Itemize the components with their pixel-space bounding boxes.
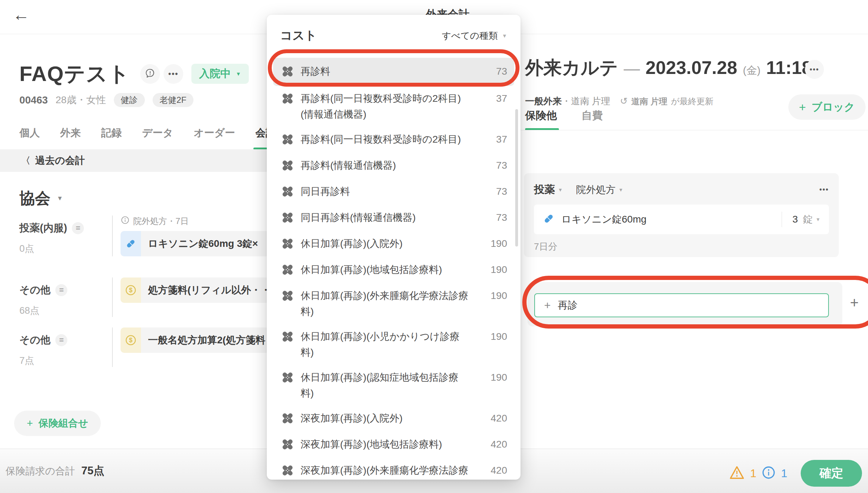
medication-block-card: 投薬 ▼ 院外処方 ▼ ••• ロキソニン錠60mg 3 錠 ▼ 7日分 [524,173,839,257]
order-search-input[interactable]: + 再診 [534,293,829,317]
tab-insurance[interactable]: 保険他 [525,108,557,123]
claim-total-value: 75点 [81,463,104,478]
equals-badge-icon[interactable]: = [72,222,84,234]
cost-list-item[interactable]: 再診料(同一日複数科受診時の2科目)(情報通信機器) 37 [273,86,514,127]
warning-triangle-icon[interactable] [729,464,745,482]
drug-unit[interactable]: 錠 [803,213,813,226]
bandage-cross-icon [280,91,295,107]
med-method-dropdown[interactable]: 院外処方 [576,183,616,196]
equals-badge-icon[interactable]: = [55,334,67,346]
claim-total-label: 保険請求の合計 [6,464,75,478]
cost-item-label: 休日加算(再診)(認知症地域包括診療料) [301,369,480,401]
main-tab-2[interactable]: 外来 [60,126,81,149]
cost-list-item[interactable]: 深夜加算(再診)(入院外) 420 [273,406,514,432]
cost-list-item[interactable]: 休日加算(再診)(地域包括診療料) 190 [273,257,514,283]
cost-item-points: 190 [485,288,507,304]
billing-category: 投薬(内服) [19,221,67,235]
plus-icon: + [27,417,33,429]
back-arrow-icon[interactable]: ← [13,6,30,23]
cost-item-label: 深夜加算(再診)(地域包括診療料) [301,436,480,452]
tab-self-pay[interactable]: 自費 [581,108,603,123]
drug-quantity[interactable]: 3 [793,214,798,225]
billing-group-left: その他 = 68点 [19,277,112,317]
cost-type-filter-dropdown[interactable]: すべての種類 ▼ [442,30,507,42]
main-tab-bar: 個人外来記録データオーダー会計 [19,126,276,149]
main-tab-label: 個人 [19,127,40,138]
speech-alert-icon [145,68,155,80]
popup-scrollbar[interactable] [515,109,518,246]
cost-item-points: 190 [485,329,507,344]
cost-type-filter-label: すべての種類 [442,30,498,42]
bandage-cross-icon [280,329,295,345]
cost-list-item[interactable]: 再診料(同一日複数科受診時の2科目) 37 [273,127,514,153]
cost-list-item[interactable]: 休日加算(再診)(外来腫瘍化学療法診療料) 190 [273,283,514,324]
chevron-down-icon: ▼ [618,187,623,193]
last-updated-name: 道南 片理 [631,96,667,107]
cost-list-item[interactable]: 再診料(情報通信機器) 73 [273,153,514,179]
past-billing-breadcrumb[interactable]: 〈 過去の会計 [0,149,269,172]
billing-item-fee[interactable]: $ 一般名処方加算2(処方箋料 [121,327,271,353]
patient-more-button[interactable]: ••• [164,64,183,84]
bandage-cross-icon [280,236,295,252]
ellipsis-icon: ••• [168,69,178,79]
main-tab-label: 外来 [60,127,81,138]
cost-popup-title: コスト [280,27,317,44]
billing-group-right: 院外処方・7日 ロキソニン錠60mg 3錠× [112,216,271,256]
last-updated-suffix: が最終更新 [671,96,714,107]
billing-points: 7点 [19,354,112,367]
main-tab-5[interactable]: オーダー [193,126,235,149]
karte-weekday: (金) [743,63,761,78]
confirm-button[interactable]: 確定 [801,460,862,487]
footer-actions: 1 1 確定 [729,460,862,487]
ellipsis-icon: ••• [809,65,819,74]
med-type-dropdown[interactable]: 投薬 [534,182,555,197]
cost-list-item[interactable]: 再診料 73 [273,58,514,86]
main-tab-1[interactable]: 個人 [19,126,40,149]
billing-group-medication: 投薬(内服) = 0点 院外処方・7日 ロキソニン錠60mg 3錠× [19,216,271,256]
svg-text:$: $ [129,287,133,294]
insurer-dropdown[interactable]: 協会 ▼ [19,188,63,209]
cost-list-item[interactable]: 休日加算(再診)(小児かかりつけ診療料) 190 [273,324,514,365]
cost-list-item[interactable]: 同日再診料(情報通信機器) 73 [273,205,514,231]
cost-list: 再診料 73 再診料(同一日複数科受診時の2科目)(情報通信機器) 37 [280,58,507,480]
info-circle-icon[interactable] [761,465,776,481]
billing-group-left: 投薬(内服) = 0点 [19,216,112,256]
billing-item-fee[interactable]: $ 処方箋料(リフィル以外・・ [121,277,271,303]
bandage-cross-icon [280,210,295,226]
billing-group-left: その他 = 7点 [19,327,112,367]
med-card-more-button[interactable]: ••• [819,186,829,194]
cost-list-item[interactable]: 深夜加算(再診)(地域包括診療料) 420 [273,432,514,458]
cost-item-label: 再診料(同一日複数科受診時の2科目) [301,131,480,147]
breadcrumb-label: 過去の会計 [35,154,85,167]
cost-list-item[interactable]: 深夜加算(再診)(外来腫瘍化学療法診療料) 420 [273,458,514,480]
billing-category: その他 [19,283,50,297]
app-window: ← 外来会計 FAQテスト ••• 入院中 ▼ 00463 28歳・女性 健診 … [0,0,868,493]
add-order-button[interactable]: + [850,294,859,311]
drug-name: ロキソニン錠60mg [561,213,646,226]
main-tab-3[interactable]: 記録 [101,126,122,149]
admission-status-dropdown[interactable]: 入院中 ▼ [191,64,249,84]
cost-item-label: 再診料 [301,63,480,79]
karte-title-dash: — [624,59,640,78]
cost-list-item[interactable]: 同日再診料 73 [273,179,514,205]
alert-bubble-button[interactable] [140,64,160,84]
billing-item-drug[interactable]: ロキソニン錠60mg 3錠× [121,231,271,256]
bandage-cross-icon [280,370,295,386]
add-insurance-combo-button[interactable]: + 保険組合せ [14,411,101,436]
add-block-button[interactable]: + ブロック [788,94,866,120]
bandage-cross-icon [280,184,295,200]
karte-doctor: ・道南 片理 [562,96,610,106]
cost-item-points: 420 [485,410,507,426]
cost-item-points: 190 [485,236,507,251]
main-tab-4[interactable]: データ [142,126,173,149]
equals-badge-icon[interactable]: = [55,284,67,296]
cost-list-item[interactable]: 休日加算(再診)(入院外) 190 [273,231,514,257]
bandage-cross-icon [280,437,295,453]
patient-name: FAQテスト [19,60,130,88]
karte-title-text: 外来カルテ [525,56,618,80]
billing-item-label: 一般名処方加算2(処方箋料 [141,333,265,347]
cost-list-item[interactable]: 休日加算(再診)(認知症地域包括診療料) 190 [273,365,514,406]
karte-department: 一般外来 [525,96,562,106]
karte-more-button[interactable]: ••• [805,60,824,79]
med-drug-row[interactable]: ロキソニン錠60mg 3 錠 ▼ [534,205,829,234]
